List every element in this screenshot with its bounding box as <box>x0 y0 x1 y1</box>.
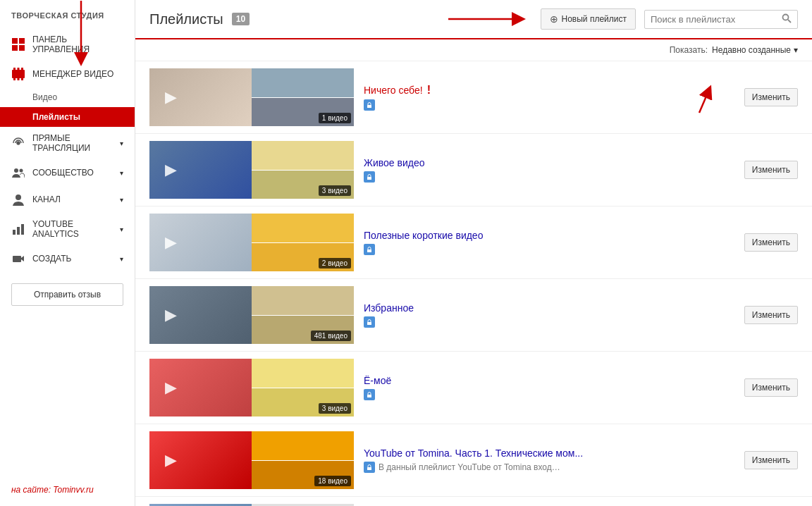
video-count-badge: 481 видео <box>311 331 351 341</box>
playlist-name[interactable]: Полезные короткие видео <box>364 230 483 241</box>
playlist-info: YouTube от Tomina. Часть 1. Технические … <box>364 448 734 473</box>
chevron-down-icon-2: ▾ <box>120 169 123 177</box>
playlist-thumbnail[interactable]: ▶ 3 видео <box>149 359 354 416</box>
playlist-name[interactable]: Ничего себе! <box>364 85 423 96</box>
edit-button[interactable]: Изменить <box>744 451 798 469</box>
svg-rect-9 <box>13 78 16 80</box>
search-icon[interactable] <box>782 13 792 25</box>
playlist-info: Живое видео <box>364 157 734 183</box>
thumb-side-top <box>252 286 354 316</box>
edit-button[interactable]: Изменить <box>744 88 798 106</box>
footer-link[interactable]: Tominvv.ru <box>53 485 93 495</box>
sidebar-footer: на сайте: Tominvv.ru <box>0 474 135 506</box>
playlist-thumbnail[interactable]: ▶ 481 видео <box>149 286 354 344</box>
svg-rect-26 <box>367 322 371 325</box>
thumb-side-top <box>252 141 354 171</box>
feedback-button[interactable]: Отправить отзыв <box>11 283 123 306</box>
sidebar-item-analytics-label: YOUTUBE ANALYTICS <box>32 219 113 239</box>
film-icon <box>11 67 25 81</box>
sidebar-item-analytics[interactable]: YOUTUBE ANALYTICS ▾ <box>0 213 135 245</box>
thumb-main <box>149 286 252 344</box>
list-item: ▶ 3 видео Ё-моё Изменить <box>135 352 812 424</box>
playlist-name[interactable]: Ё-моё <box>364 375 391 386</box>
edit-button[interactable]: Изменить <box>744 306 798 324</box>
playlist-name[interactable]: YouTube от Tomina. Часть 1. Технические … <box>364 448 583 459</box>
playlist-thumbnail[interactable]: ▶ 2 видео <box>149 214 354 271</box>
video-count-badge: 18 видео <box>314 476 351 486</box>
sort-dropdown[interactable]: Недавно созданные ▾ <box>712 45 798 55</box>
svg-rect-8 <box>21 68 23 70</box>
svg-rect-23 <box>367 105 371 108</box>
list-item: ▶ 18 видео YouTube от Tomina. Часть 1. Т… <box>135 424 812 497</box>
footer-text: на сайте: <box>11 485 53 495</box>
privacy-badge <box>364 244 375 255</box>
playlist-name[interactable]: Живое видео <box>364 157 425 168</box>
playlist-count-badge: 10 <box>232 13 250 25</box>
new-playlist-button[interactable]: ⊕ Новый плейлист <box>541 8 636 30</box>
sidebar-item-create[interactable]: СОЗДАТЬ ▾ <box>0 245 135 272</box>
edit-button[interactable]: Изменить <box>744 378 798 397</box>
svg-rect-3 <box>19 45 25 51</box>
svg-rect-18 <box>21 224 24 235</box>
bar-chart-icon <box>11 222 25 236</box>
search-box <box>644 10 798 29</box>
search-input[interactable] <box>651 14 777 25</box>
sort-chevron-icon: ▾ <box>794 45 798 55</box>
sidebar-item-panel-label: ПАНЕЛЬ УПРАВЛЕНИЯ <box>32 35 123 54</box>
privacy-badge <box>364 171 375 183</box>
thumb-main <box>149 214 252 271</box>
sidebar-item-video-manager-label: МЕНЕДЖЕР ВИДЕО <box>32 69 113 79</box>
chevron-down-icon-5: ▾ <box>120 255 123 263</box>
svg-rect-0 <box>12 38 18 44</box>
edit-button[interactable]: Изменить <box>744 233 798 252</box>
video-count-badge: 2 видео <box>319 258 351 269</box>
svg-point-21 <box>783 14 789 20</box>
alert-badge: ! <box>427 84 431 97</box>
svg-rect-2 <box>12 45 18 51</box>
playlist-name[interactable]: Избранное <box>364 302 414 314</box>
sidebar-item-streams-label: ПРЯМЫЕ ТРАНСЛЯЦИИ <box>32 133 113 153</box>
video-count-badge: 3 видео <box>319 403 351 414</box>
svg-rect-19 <box>13 256 21 262</box>
chevron-down-icon-3: ▾ <box>120 196 123 204</box>
list-item: ▶ 1 видео Ничего себе! ! Изменить <box>135 61 812 134</box>
main-header: Плейлисты 10 ⊕ Новый плейлист <box>135 0 812 39</box>
privacy-badge <box>364 462 375 473</box>
thumb-main <box>149 68 252 126</box>
playlist-info: Ё-моё <box>364 375 734 400</box>
sidebar-sub-playlists-label: Плейлисты <box>32 112 80 122</box>
sidebar-sub-playlists[interactable]: Плейлисты <box>0 107 135 127</box>
playlist-thumbnail[interactable]: ▶ 3 видео <box>149 141 354 199</box>
thumb-side-top <box>252 214 354 243</box>
new-playlist-label: Новый плейлист <box>562 14 627 24</box>
video-count-badge: 3 видео <box>319 185 351 196</box>
sidebar-sub-video[interactable]: Видео <box>0 87 135 107</box>
playlist-list: ▶ 1 видео Ничего себе! ! Изменить <box>135 61 812 506</box>
svg-point-12 <box>17 142 20 144</box>
sidebar-sub-video-label: Видео <box>32 92 57 102</box>
edit-button[interactable]: Изменить <box>744 161 798 179</box>
plus-circle-icon: ⊕ <box>550 13 558 25</box>
svg-point-14 <box>20 169 23 173</box>
svg-rect-11 <box>21 78 23 80</box>
playlist-thumbnail[interactable]: ▶ 1 видео <box>149 68 354 126</box>
list-item: ▶ 3 видео Живое видео Изменить <box>135 134 812 206</box>
radio-icon <box>11 136 25 150</box>
svg-line-22 <box>788 20 791 23</box>
toolbar: Показать: Недавно созданные ▾ <box>135 39 812 61</box>
sidebar-item-video-manager[interactable]: МЕНЕДЖЕР ВИДЕО <box>0 61 135 87</box>
playlist-desc: В данный плейлист YouTube от Tomina вход… <box>379 462 562 472</box>
list-item: ▶ 481 видео Избранное Изменить <box>135 279 812 352</box>
sidebar-item-streams[interactable]: ПРЯМЫЕ ТРАНСЛЯЦИИ ▾ <box>0 127 135 159</box>
playlist-thumbnail[interactable]: ▶ 18 видео <box>149 431 354 489</box>
sidebar-item-channel[interactable]: КАНАЛ ▾ <box>0 186 135 213</box>
svg-rect-25 <box>367 249 371 252</box>
list-item: ▶ 9 видео Про автора Заработка на Ютубе … <box>135 497 812 506</box>
video-count-badge: 1 видео <box>319 113 351 123</box>
sidebar-item-panel[interactable]: ПАНЕЛЬ УПРАВЛЕНИЯ <box>0 28 135 61</box>
sort-label: Недавно созданные <box>712 45 791 55</box>
sidebar-item-community-label: СООБЩЕСТВО <box>32 168 94 178</box>
sidebar-item-community[interactable]: СООБЩЕСТВО ▾ <box>0 159 135 186</box>
svg-rect-27 <box>367 395 371 397</box>
svg-rect-24 <box>367 177 371 180</box>
